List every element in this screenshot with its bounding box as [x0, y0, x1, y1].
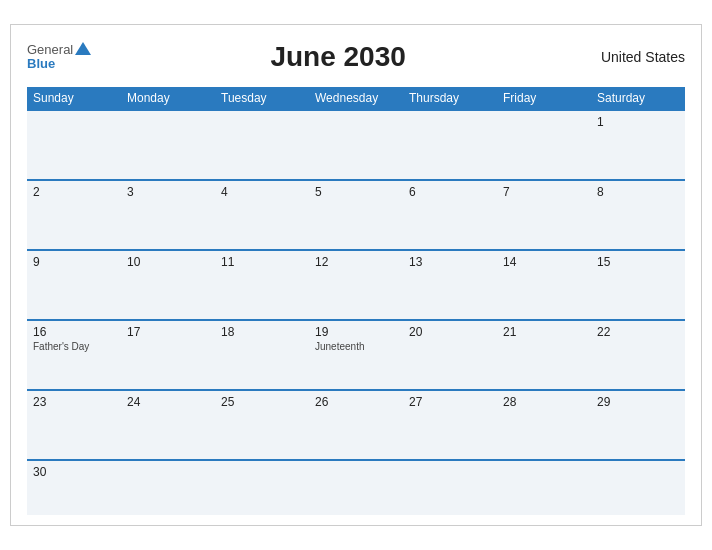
- day-number: 15: [597, 255, 679, 269]
- day-number: 12: [315, 255, 397, 269]
- calendar-cell-w2d1: 10: [121, 250, 215, 320]
- day-number: 23: [33, 395, 115, 409]
- calendar-cell-w3d1: 17: [121, 320, 215, 390]
- calendar-cell-w3d6: 22: [591, 320, 685, 390]
- calendar-week-4: 23242526272829: [27, 390, 685, 460]
- header-monday: Monday: [121, 87, 215, 110]
- calendar-week-0: 1: [27, 110, 685, 180]
- calendar-cell-w0d4: [403, 110, 497, 180]
- calendar-cell-w1d5: 7: [497, 180, 591, 250]
- day-number: 14: [503, 255, 585, 269]
- logo-blue: Blue: [27, 57, 55, 71]
- day-event: Father's Day: [33, 341, 115, 352]
- calendar-cell-w5d2: [215, 460, 309, 515]
- calendar-cell-w2d5: 14: [497, 250, 591, 320]
- calendar-cell-w0d2: [215, 110, 309, 180]
- calendar-cell-w0d1: [121, 110, 215, 180]
- calendar-cell-w5d0: 30: [27, 460, 121, 515]
- day-number: 19: [315, 325, 397, 339]
- day-number: 29: [597, 395, 679, 409]
- day-number: 2: [33, 185, 115, 199]
- calendar-cell-w3d0: 16Father's Day: [27, 320, 121, 390]
- calendar-cell-w1d3: 5: [309, 180, 403, 250]
- calendar-cell-w1d1: 3: [121, 180, 215, 250]
- calendar-cell-w4d3: 26: [309, 390, 403, 460]
- calendar-cell-w4d1: 24: [121, 390, 215, 460]
- calendar-cell-w5d6: [591, 460, 685, 515]
- day-number: 3: [127, 185, 209, 199]
- day-event: Juneteenth: [315, 341, 397, 352]
- header-tuesday: Tuesday: [215, 87, 309, 110]
- day-number: 11: [221, 255, 303, 269]
- calendar-cell-w3d2: 18: [215, 320, 309, 390]
- day-number: 10: [127, 255, 209, 269]
- day-number: 27: [409, 395, 491, 409]
- calendar-cell-w4d5: 28: [497, 390, 591, 460]
- header-wednesday: Wednesday: [309, 87, 403, 110]
- calendar-title: June 2030: [91, 41, 585, 73]
- day-number: 18: [221, 325, 303, 339]
- calendar-cell-w2d2: 11: [215, 250, 309, 320]
- day-number: 24: [127, 395, 209, 409]
- calendar-cell-w3d5: 21: [497, 320, 591, 390]
- logo: General Blue: [27, 42, 91, 71]
- day-number: 9: [33, 255, 115, 269]
- logo-text-block: General Blue: [27, 42, 91, 71]
- calendar-cell-w1d6: 8: [591, 180, 685, 250]
- calendar-grid: Sunday Monday Tuesday Wednesday Thursday…: [27, 87, 685, 515]
- day-number: 26: [315, 395, 397, 409]
- calendar-cell-w3d4: 20: [403, 320, 497, 390]
- day-number: 17: [127, 325, 209, 339]
- calendar-week-5: 30: [27, 460, 685, 515]
- day-number: 22: [597, 325, 679, 339]
- logo-triangle-icon: [75, 42, 91, 55]
- logo-row-bottom: Blue: [27, 57, 91, 71]
- calendar-cell-w0d0: [27, 110, 121, 180]
- calendar-cell-w5d5: [497, 460, 591, 515]
- day-number: 25: [221, 395, 303, 409]
- calendar-cell-w2d3: 12: [309, 250, 403, 320]
- calendar-cell-w4d0: 23: [27, 390, 121, 460]
- calendar-cell-w4d6: 29: [591, 390, 685, 460]
- day-number: 7: [503, 185, 585, 199]
- logo-row-top: General: [27, 42, 91, 57]
- calendar-cell-w2d4: 13: [403, 250, 497, 320]
- day-number: 13: [409, 255, 491, 269]
- day-number: 6: [409, 185, 491, 199]
- weekday-header-row: Sunday Monday Tuesday Wednesday Thursday…: [27, 87, 685, 110]
- calendar-week-1: 2345678: [27, 180, 685, 250]
- calendar-cell-w0d5: [497, 110, 591, 180]
- day-number: 8: [597, 185, 679, 199]
- day-number: 28: [503, 395, 585, 409]
- calendar-cell-w0d6: 1: [591, 110, 685, 180]
- calendar-header: General Blue June 2030 United States: [27, 41, 685, 73]
- header-sunday: Sunday: [27, 87, 121, 110]
- calendar-week-2: 9101112131415: [27, 250, 685, 320]
- day-number: 16: [33, 325, 115, 339]
- calendar-cell-w2d6: 15: [591, 250, 685, 320]
- header-saturday: Saturday: [591, 87, 685, 110]
- day-number: 4: [221, 185, 303, 199]
- calendar-cell-w4d2: 25: [215, 390, 309, 460]
- calendar-cell-w0d3: [309, 110, 403, 180]
- calendar-cell-w2d0: 9: [27, 250, 121, 320]
- logo-general: General: [27, 43, 73, 57]
- day-number: 5: [315, 185, 397, 199]
- calendar-wrapper: General Blue June 2030 United States Sun…: [10, 24, 702, 526]
- calendar-cell-w3d3: 19Juneteenth: [309, 320, 403, 390]
- header-thursday: Thursday: [403, 87, 497, 110]
- day-number: 20: [409, 325, 491, 339]
- day-number: 21: [503, 325, 585, 339]
- calendar-cell-w5d4: [403, 460, 497, 515]
- calendar-cell-w5d1: [121, 460, 215, 515]
- day-number: 30: [33, 465, 115, 479]
- calendar-cell-w1d0: 2: [27, 180, 121, 250]
- calendar-cell-w1d2: 4: [215, 180, 309, 250]
- header-friday: Friday: [497, 87, 591, 110]
- day-number: 1: [597, 115, 679, 129]
- calendar-cell-w1d4: 6: [403, 180, 497, 250]
- calendar-region: United States: [585, 49, 685, 65]
- calendar-cell-w5d3: [309, 460, 403, 515]
- calendar-cell-w4d4: 27: [403, 390, 497, 460]
- calendar-week-3: 16Father's Day171819Juneteenth202122: [27, 320, 685, 390]
